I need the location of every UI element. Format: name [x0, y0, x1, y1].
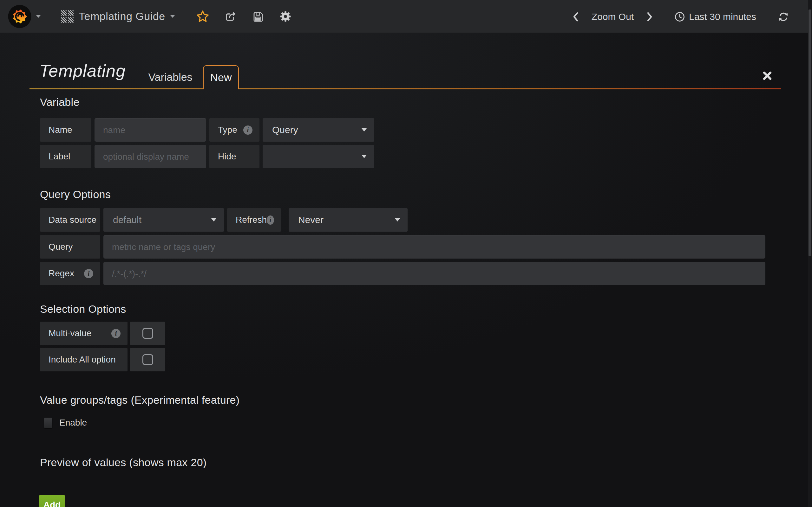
gear-icon	[280, 11, 291, 22]
add-button[interactable]: Add	[39, 495, 65, 507]
chevron-down-icon	[362, 128, 367, 131]
chevron-down-icon	[170, 15, 175, 18]
query-options-heading: Query Options	[40, 188, 111, 201]
dashboard-picker[interactable]: Templating Guide	[49, 0, 183, 33]
include-all-label: Include All option	[40, 348, 128, 372]
name-input[interactable]	[95, 118, 206, 142]
refresh-label: Refresh i	[227, 208, 281, 232]
header-underline	[239, 89, 781, 89]
share-button[interactable]	[224, 10, 237, 23]
scrollbar-track[interactable]	[808, 0, 812, 507]
enable-label: Enable	[59, 418, 87, 428]
type-select[interactable]: Query	[263, 118, 374, 142]
grafana-menu[interactable]	[0, 0, 49, 33]
dashboard-grid-icon	[61, 10, 73, 23]
time-range-label: Last 30 minutes	[689, 11, 756, 22]
favorite-button[interactable]	[196, 10, 209, 23]
refresh-icon	[778, 11, 789, 22]
include-all-checkbox[interactable]	[142, 354, 153, 365]
data-source-label: Data source	[40, 208, 100, 232]
clock-icon	[674, 11, 685, 22]
selection-options-heading: Selection Options	[40, 303, 126, 315]
close-button[interactable]	[763, 71, 773, 81]
header-underline	[30, 89, 203, 89]
type-label: Type i	[209, 118, 259, 142]
label-label: Label	[40, 145, 91, 168]
settings-button[interactable]	[279, 10, 292, 23]
value-groups-heading: Value groups/tags (Experimental feature)	[40, 394, 240, 406]
multi-value-label: Multi-value i	[40, 322, 128, 345]
multi-value-checkbox-cell	[130, 322, 165, 345]
hide-select[interactable]	[263, 145, 374, 168]
scrollbar-thumb[interactable]	[809, 9, 811, 256]
page-title: Templating	[39, 61, 125, 80]
refresh-select[interactable]: Never	[289, 208, 408, 232]
save-button[interactable]	[252, 10, 264, 23]
regex-label: Regex i	[40, 262, 100, 285]
query-input[interactable]	[103, 235, 765, 259]
star-icon	[196, 10, 209, 22]
name-label: Name	[40, 118, 91, 142]
save-icon	[252, 11, 263, 22]
chevron-down-icon	[362, 155, 367, 158]
preview-heading: Preview of values (shows max 20)	[40, 456, 206, 469]
hide-label: Hide	[209, 145, 259, 168]
info-icon: i	[84, 269, 93, 278]
chevron-down-icon	[395, 218, 400, 222]
share-icon	[224, 11, 236, 22]
chevron-down-icon	[36, 15, 41, 18]
info-icon: i	[243, 125, 252, 135]
dashboard-title: Templating Guide	[79, 10, 165, 22]
variable-section-heading: Variable	[40, 96, 80, 108]
tab-variables[interactable]: Variables	[147, 65, 194, 89]
info-icon: i	[267, 216, 274, 225]
regex-input[interactable]	[103, 262, 765, 285]
close-icon	[763, 71, 772, 80]
refresh-button[interactable]	[777, 10, 790, 23]
multi-value-checkbox[interactable]	[142, 328, 153, 339]
time-range-picker[interactable]: Last 30 minutes	[674, 11, 756, 22]
grafana-logo-icon	[8, 4, 32, 29]
label-input[interactable]	[95, 145, 206, 168]
time-back-button[interactable]	[569, 10, 582, 23]
time-forward-button[interactable]	[643, 10, 656, 23]
chevron-left-icon	[572, 12, 579, 22]
info-icon: i	[111, 329, 120, 338]
tab-new[interactable]: New	[203, 65, 239, 89]
include-all-checkbox-cell	[130, 348, 165, 372]
zoom-out-button[interactable]: Zoom Out	[592, 11, 634, 22]
chevron-right-icon	[647, 12, 653, 22]
data-source-select[interactable]: default	[103, 208, 224, 232]
query-label: Query	[40, 235, 100, 259]
chevron-down-icon	[211, 218, 216, 222]
enable-checkbox[interactable]	[44, 418, 52, 428]
top-navbar: Templating Guide	[0, 0, 812, 33]
